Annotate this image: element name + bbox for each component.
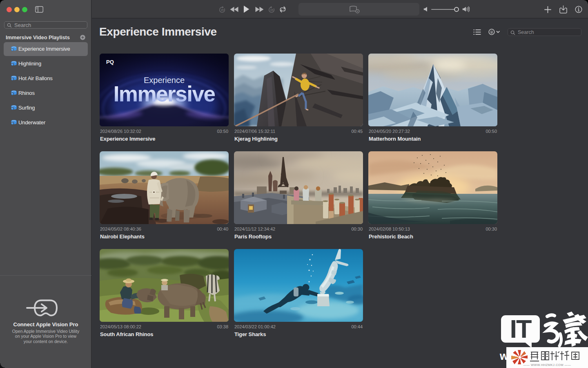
svg-text:—— WWW.HHZMKJ.COM ——: —— WWW.HHZMKJ.COM —— (523, 363, 571, 367)
svg-text:15: 15 (220, 9, 224, 11)
svg-text:15: 15 (270, 9, 273, 11)
svg-text:Immersive: Immersive (114, 82, 215, 106)
